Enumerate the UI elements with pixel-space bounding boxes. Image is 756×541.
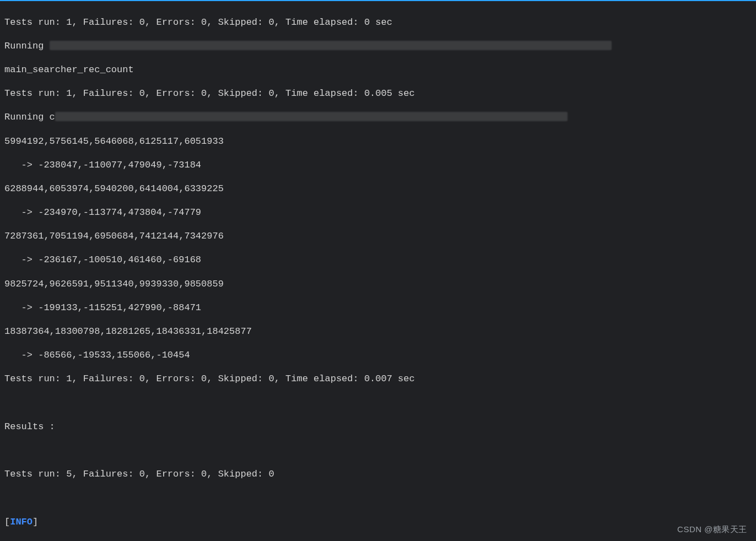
main-searcher-line: main_searcher_rec_count: [4, 64, 752, 76]
data-line: 6288944,6053974,5940200,6414004,6339225: [4, 183, 752, 195]
running-line-2: Running c: [4, 111, 752, 123]
data-line: -> -236167,-100510,461460,-69168: [4, 254, 752, 266]
watermark-text: CSDN @糖果天王: [677, 523, 747, 535]
data-line: 5994192,5756145,5646068,6125117,6051933: [4, 136, 752, 148]
results-label: Results :: [4, 421, 752, 433]
data-line: 18387364,18300798,18281265,18436331,1842…: [4, 326, 752, 338]
test-result-line: Tests run: 1, Failures: 0, Errors: 0, Sk…: [4, 88, 752, 100]
blank-line: [4, 397, 752, 409]
data-line: -> -199133,-115251,427990,-88471: [4, 302, 752, 314]
redacted-text: [55, 112, 568, 121]
running-line-1: Running: [4, 40, 752, 52]
redacted-text: [50, 41, 612, 50]
test-result-line: Tests run: 1, Failures: 0, Errors: 0, Sk…: [4, 373, 752, 385]
data-line: -> -86566,-19533,155066,-10454: [4, 349, 752, 361]
info-line: [INFO]: [4, 516, 752, 528]
test-summary-line: Tests run: 5, Failures: 0, Errors: 0, Sk…: [4, 468, 752, 480]
data-line: -> -238047,-110077,479049,-73184: [4, 159, 752, 171]
blank-line: [4, 445, 752, 457]
data-line: -> -234970,-113774,473804,-74779: [4, 207, 752, 219]
data-line: 9825724,9626591,9511340,9939330,9850859: [4, 278, 752, 290]
data-line: 7287361,7051194,6950684,7412144,7342976: [4, 230, 752, 242]
blank-line: [4, 492, 752, 504]
test-result-line: Tests run: 1, Failures: 0, Errors: 0, Sk…: [4, 17, 752, 29]
terminal-window[interactable]: Tests run: 1, Failures: 0, Errors: 0, Sk…: [0, 0, 756, 541]
